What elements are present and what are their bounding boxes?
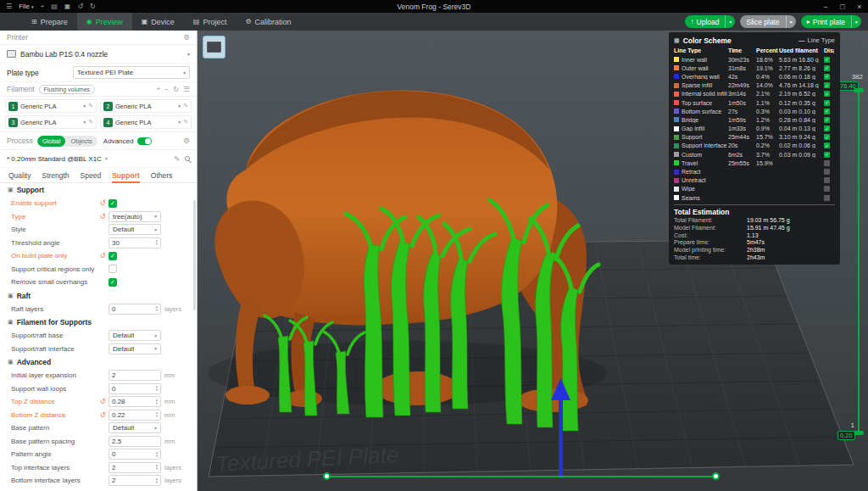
revert-icon[interactable]: ↺ (98, 398, 107, 405)
add-filament-icon[interactable]: + (156, 85, 160, 93)
number-input[interactable]: 0▴▾ (108, 304, 161, 315)
new-project-icon[interactable]: + (41, 3, 45, 10)
tab-calibration[interactable]: ⚙Calibration (236, 13, 300, 31)
layer-slider[interactable] (858, 91, 860, 432)
maximize-button[interactable]: □ (834, 3, 851, 11)
revert-icon[interactable]: ↺ (98, 199, 107, 207)
filament-slot-2[interactable]: 2Generic PLA▾✎ (100, 99, 192, 113)
display-checkbox[interactable]: ✓ (824, 100, 830, 106)
revert-icon[interactable]: ↺ (98, 411, 107, 419)
checkbox[interactable]: ✓ (108, 278, 117, 287)
display-checkbox[interactable]: ✓ (824, 82, 830, 88)
print-plate-button[interactable]: ▸Print plate ▾ (801, 15, 861, 28)
revert-icon[interactable]: ↺ (98, 252, 107, 259)
search-preset-icon[interactable] (185, 156, 190, 161)
close-button[interactable]: × (851, 3, 868, 11)
flushing-volumes-button[interactable]: Flushing volumes (39, 85, 95, 94)
print-dropdown-icon[interactable]: ▾ (851, 15, 861, 28)
edit-filament-icon[interactable]: ✎ (183, 103, 188, 109)
spinner-arrows[interactable]: ▴▾ (156, 464, 158, 471)
display-checkbox[interactable] (824, 186, 830, 192)
spinner-arrows[interactable]: ▴▾ (156, 305, 158, 312)
display-checkbox[interactable] (824, 195, 830, 201)
tab-device[interactable]: ▣Device (132, 13, 184, 31)
process-settings-icon[interactable]: ⚙ (183, 137, 190, 145)
process-tab-support[interactable]: Support (112, 168, 140, 183)
advanced-toggle[interactable] (137, 137, 152, 145)
slice-dropdown-icon[interactable]: ▾ (786, 15, 796, 28)
minimize-button[interactable]: − (817, 3, 834, 11)
checkbox[interactable]: ✓ (108, 252, 117, 260)
tab-preview[interactable]: ◉Preview (77, 13, 132, 31)
spinner-arrows[interactable]: ▴▾ (156, 451, 158, 458)
spinner-arrows[interactable]: ▴▾ (156, 477, 158, 484)
global-tab[interactable]: Global (37, 136, 66, 147)
plate-thumbnail[interactable] (203, 36, 225, 59)
file-menu[interactable]: File▾ (19, 3, 33, 10)
checkbox[interactable]: ✓ (108, 199, 117, 208)
spinner-arrows[interactable]: ▴▾ (156, 385, 158, 392)
objects-tab[interactable]: Objects (65, 136, 97, 147)
select-input[interactable]: Default▾ (108, 330, 161, 341)
process-tab-quality[interactable]: Quality (8, 168, 31, 183)
select-input[interactable]: Default▾ (108, 343, 161, 354)
printer-select[interactable]: Bambu Lab P1S 0.4 nozzle ▾ (0, 45, 197, 64)
layer-slider-handle[interactable] (854, 88, 864, 92)
undo-icon[interactable]: ↺ (77, 3, 83, 10)
filament-slot-1[interactable]: 1Generic PLA▾✎ (5, 99, 97, 113)
display-checkbox[interactable]: ✓ (824, 57, 830, 63)
slice-plate-button[interactable]: Slice plate ▾ (740, 15, 795, 28)
redo-icon[interactable]: ↻ (90, 3, 96, 10)
sidebar-scrollbar[interactable] (193, 200, 196, 310)
display-checkbox[interactable] (824, 177, 830, 183)
display-checkbox[interactable]: ✓ (824, 109, 830, 114)
display-checkbox[interactable]: ✓ (824, 152, 830, 158)
number-input[interactable]: 0.22▴▾ (108, 410, 161, 421)
display-checkbox[interactable]: ✓ (824, 142, 830, 148)
select-input[interactable]: tree(auto)▾ (108, 211, 161, 222)
tab-prepare[interactable]: ⊞Prepare (22, 13, 77, 31)
sync-filament-icon[interactable]: ↻ (173, 85, 179, 93)
process-tab-others[interactable]: Others (151, 168, 173, 183)
edit-filament-icon[interactable]: ✎ (88, 103, 93, 109)
display-checkbox[interactable]: ✓ (824, 126, 830, 131)
number-input[interactable]: 2▴▾ (108, 462, 161, 473)
remove-filament-icon[interactable]: − (164, 85, 169, 93)
move-slider-handle-right[interactable] (712, 472, 720, 480)
scheme-select[interactable]: — Line Type (798, 36, 835, 44)
display-checkbox[interactable]: ✓ (824, 117, 830, 123)
move-slider-handle-left[interactable] (323, 472, 331, 480)
open-project-icon[interactable]: ▤ (51, 3, 58, 10)
number-input[interactable]: 2.5 (108, 436, 161, 447)
process-tab-strength[interactable]: Strength (42, 168, 69, 183)
spinner-arrows[interactable]: ▴▾ (156, 411, 158, 418)
edit-preset-icon[interactable]: ✎ (174, 154, 180, 163)
number-input[interactable]: 0▴▾ (108, 383, 161, 394)
tab-project[interactable]: ▤Project (184, 13, 236, 31)
revert-icon[interactable]: ↺ (98, 213, 107, 220)
filament-list-icon[interactable]: ☰ (183, 85, 190, 93)
hamburger-menu-icon[interactable]: ☰ (6, 3, 12, 10)
number-input[interactable]: 0.28▴▾ (108, 396, 161, 407)
display-checkbox[interactable]: ✓ (824, 65, 830, 71)
upload-button[interactable]: ↑Upload ▾ (685, 15, 736, 28)
process-tab-speed[interactable]: Speed (81, 168, 102, 183)
display-checkbox[interactable]: ✓ (824, 74, 830, 80)
display-checkbox[interactable] (824, 169, 830, 175)
spinner-arrows[interactable]: ▴▾ (156, 239, 158, 246)
preset-select[interactable]: * 0.20mm Standard @BBL X1C ▾ ✎ (0, 150, 197, 168)
layer-slider-handle-bottom[interactable] (854, 431, 864, 435)
number-input[interactable]: 2▴▾ (108, 475, 161, 486)
spinner-arrows[interactable]: ▴▾ (156, 399, 158, 405)
checkbox[interactable] (108, 265, 117, 273)
edit-filament-icon[interactable]: ✎ (183, 119, 188, 126)
select-input[interactable]: Default▾ (108, 422, 161, 433)
number-input[interactable]: 0▴▾ (108, 449, 161, 460)
display-checkbox[interactable]: ✓ (824, 91, 830, 97)
edit-filament-icon[interactable]: ✎ (88, 119, 93, 126)
save-icon[interactable]: ▣ (64, 3, 71, 10)
plate-type-select[interactable]: Textured PEI Plate ▾ (73, 66, 190, 79)
display-checkbox[interactable] (824, 160, 830, 166)
filament-slot-3[interactable]: 3Generic PLA▾✎ (5, 115, 97, 129)
upload-dropdown-icon[interactable]: ▾ (725, 15, 735, 28)
